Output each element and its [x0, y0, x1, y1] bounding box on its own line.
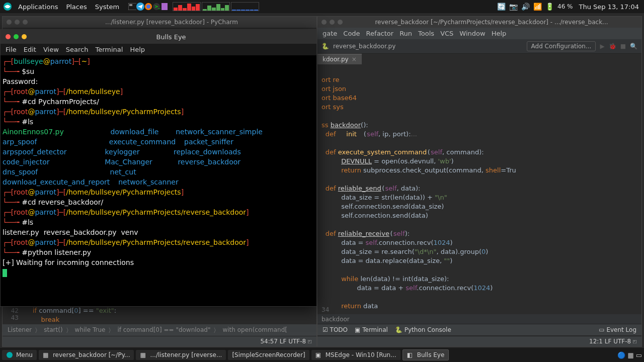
- window-title: .../listener.py [reverse_backdoor] - PyC…: [31, 19, 312, 26]
- taskbar: Menu ▦reverse_backdoor [~/Py... ▦.../lis…: [0, 348, 644, 362]
- vm-icon[interactable]: 🔵: [617, 351, 625, 359]
- distro-icon: [3, 2, 12, 11]
- window-controls[interactable]: [6, 34, 27, 39]
- top-panel: Applications Places System >_ 🔄 📷 🔊 📶 🔋 …: [0, 0, 644, 13]
- svg-rect-8: [162, 3, 168, 10]
- breadcrumb: backdoor: [317, 314, 641, 324]
- notes-icon[interactable]: [160, 3, 169, 11]
- menu-applications[interactable]: Applications: [14, 3, 62, 11]
- workspace-icon[interactable]: [128, 3, 136, 11]
- cursor: [3, 269, 7, 277]
- status-bar: 12:1 LF UTF-8 ⏍: [589, 338, 636, 345]
- svg-rect-2: [129, 4, 132, 6]
- pycharm-tray-icon[interactable]: ▦: [627, 351, 633, 359]
- close-icon[interactable]: ×: [352, 56, 357, 63]
- task-item[interactable]: ▦.../listener.py [reverse...: [136, 350, 226, 360]
- firefox-icon[interactable]: [144, 3, 152, 11]
- svg-point-9: [7, 352, 13, 358]
- system-monitor-widget[interactable]: [173, 2, 259, 11]
- main-menu[interactable]: gateCodeRefactorRunToolsVCSWindowHelp: [317, 28, 641, 39]
- event-log[interactable]: ▭ Event Log: [599, 326, 636, 333]
- task-item-active[interactable]: ◧Bulls Eye: [403, 349, 449, 360]
- volume-icon[interactable]: 🔊: [521, 3, 529, 11]
- camera-icon[interactable]: 📷: [509, 3, 517, 11]
- network-icon[interactable]: 📶: [533, 3, 541, 11]
- clock[interactable]: Thu Sep 13, 17:04: [579, 3, 639, 11]
- editor-tab[interactable]: kdoor.py×: [317, 54, 362, 64]
- pycharm-window-backdoor[interactable]: reverse_backdoor [~/PycharmProjects/reve…: [317, 16, 642, 347]
- window-controls[interactable]: [7, 20, 28, 25]
- menu-system[interactable]: System: [91, 3, 123, 11]
- update-icon[interactable]: 🔄: [497, 3, 505, 11]
- show-desktop-icon[interactable]: ▭: [636, 351, 642, 359]
- svg-text:>_: >_: [154, 4, 160, 9]
- debug-icon[interactable]: 🐞: [609, 43, 616, 50]
- menu-button[interactable]: Menu: [2, 350, 37, 360]
- add-configuration-button[interactable]: Add Configuration...: [527, 41, 596, 51]
- battery-icon[interactable]: 🔋: [545, 3, 553, 11]
- breadcrumb: Listener〉start()〉while True〉if command[0…: [3, 324, 316, 337]
- terminal-window[interactable]: Bulls Eye FileEditViewSearchTerminalHelp…: [0, 29, 317, 307]
- status-bar: 54:57 LF UTF-8 ⏍: [260, 338, 311, 345]
- telegram-icon[interactable]: [136, 3, 144, 11]
- terminal-menu[interactable]: FileEditViewSearchTerminalHelp: [1, 44, 316, 55]
- terminal-output[interactable]: ┌─[bullseye@parrot]─[~] └──╼ $su Passwor…: [1, 55, 316, 279]
- python-file-icon: 🐍: [321, 43, 329, 50]
- code-editor[interactable]: ort re ort json ort base64 ort sys ss ba…: [317, 64, 641, 322]
- file-tab[interactable]: reverse_backdoor.py: [333, 43, 395, 50]
- window-title: reverse_backdoor [~/PycharmProjects/reve…: [346, 19, 637, 26]
- battery-pct: 46 %: [557, 3, 573, 10]
- task-item[interactable]: ▦reverse_backdoor [~/Py...: [39, 350, 134, 360]
- task-item[interactable]: ▣MSEdge - Win10 [Run...: [311, 350, 400, 360]
- run-icon[interactable]: ▶: [600, 43, 604, 50]
- terminal-launcher-icon[interactable]: >_: [152, 3, 160, 11]
- search-icon[interactable]: 🔍: [630, 43, 637, 50]
- svg-point-5: [146, 5, 150, 9]
- tool-window-bar[interactable]: ☑ TODO ▣ Terminal 🐍 Python Console ▭ Eve…: [317, 324, 641, 335]
- task-item[interactable]: [SimpleScreenRecorder]: [228, 350, 309, 360]
- terminal-title: Bulls Eye: [31, 33, 311, 41]
- stop-icon[interactable]: ■: [620, 43, 626, 50]
- menu-places[interactable]: Places: [62, 3, 91, 11]
- window-controls[interactable]: [321, 20, 343, 25]
